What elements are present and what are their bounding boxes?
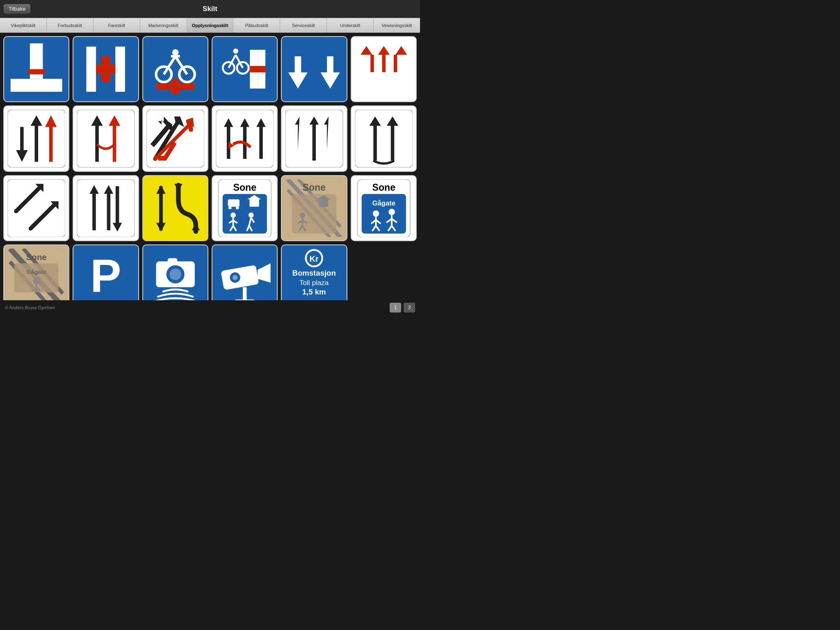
tab-bar: Vikepliktskilt Forbudsskilt Fareskilt Ma… bbox=[0, 18, 420, 33]
tab-forbudsskilt[interactable]: Forbudsskilt bbox=[47, 18, 94, 32]
svg-text:1,5 km: 1,5 km bbox=[302, 288, 326, 296]
page-3-button[interactable]: 3 bbox=[404, 303, 415, 313]
svg-rect-67 bbox=[77, 179, 135, 237]
svg-point-119 bbox=[388, 209, 395, 215]
svg-text:Bomstasjon: Bomstasjon bbox=[292, 269, 336, 277]
page-buttons: 1 3 bbox=[390, 303, 415, 313]
svg-rect-148 bbox=[243, 287, 247, 301]
svg-rect-79 bbox=[228, 199, 239, 206]
svg-text:Toll plaza: Toll plaza bbox=[299, 278, 329, 287]
sign-three-up-red-left[interactable] bbox=[212, 105, 278, 171]
footer: © Anders Brune Gjertsen 1 3 bbox=[0, 300, 420, 315]
tab-pabudsskilt[interactable]: Påbudsskilt bbox=[233, 18, 280, 32]
svg-text:Sone: Sone bbox=[303, 182, 326, 193]
svg-point-23 bbox=[233, 48, 238, 54]
tab-vikepliktskilt[interactable]: Vikepliktskilt bbox=[0, 18, 47, 32]
sign-sone-gagate-start[interactable]: Sone bbox=[212, 175, 278, 241]
tab-markeringsskilt[interactable]: Markeringsskilt bbox=[140, 18, 187, 32]
svg-rect-27 bbox=[282, 37, 346, 101]
sign-two-up-arrows[interactable] bbox=[351, 105, 417, 171]
sign-diagonal-merge[interactable] bbox=[142, 105, 208, 171]
copyright-text: © Anders Brune Gjertsen bbox=[5, 305, 55, 310]
svg-text:Sone: Sone bbox=[372, 182, 395, 193]
sign-sone-gagate-end[interactable]: Sone bbox=[281, 175, 347, 241]
svg-rect-100 bbox=[292, 194, 336, 234]
page-1-button[interactable]: 1 bbox=[390, 303, 401, 313]
sign-sone-gagate-blue[interactable]: Sone Gågate bbox=[351, 175, 417, 241]
sign-two-right-diagonal[interactable] bbox=[3, 175, 69, 241]
signs-grid: Sone bbox=[0, 33, 420, 314]
sign-lane-shift-yellow[interactable] bbox=[142, 175, 208, 241]
svg-rect-17 bbox=[171, 79, 179, 94]
svg-rect-83 bbox=[249, 199, 259, 206]
svg-point-147 bbox=[233, 275, 238, 280]
svg-text:Kr: Kr bbox=[310, 254, 319, 263]
sign-three-lane-diverge[interactable] bbox=[281, 105, 347, 171]
svg-point-132 bbox=[33, 278, 39, 284]
svg-text:P: P bbox=[90, 249, 121, 301]
svg-point-90 bbox=[249, 212, 254, 218]
svg-rect-8 bbox=[101, 56, 110, 82]
svg-point-80 bbox=[228, 206, 232, 209]
svg-rect-62 bbox=[7, 179, 66, 237]
svg-text:Sone: Sone bbox=[233, 182, 256, 193]
svg-rect-38 bbox=[77, 110, 135, 168]
tab-serviceskilt[interactable]: Serviceskilt bbox=[280, 18, 327, 32]
svg-rect-6 bbox=[116, 47, 126, 92]
page-title: Skilt bbox=[203, 5, 217, 13]
svg-rect-3 bbox=[28, 69, 45, 75]
svg-point-84 bbox=[231, 212, 236, 218]
sign-bicycle-end[interactable] bbox=[142, 36, 208, 102]
sign-fork-red[interactable] bbox=[351, 36, 417, 102]
svg-point-101 bbox=[300, 212, 305, 218]
sign-two-up-diverge[interactable] bbox=[73, 105, 139, 171]
back-button[interactable]: Tilbake bbox=[3, 4, 31, 14]
svg-rect-5 bbox=[87, 47, 96, 92]
sign-two-up-two-down[interactable] bbox=[73, 175, 139, 241]
svg-point-113 bbox=[372, 210, 379, 216]
svg-rect-59 bbox=[355, 110, 413, 168]
svg-point-15 bbox=[172, 49, 178, 56]
svg-point-81 bbox=[236, 206, 239, 209]
header: Tilbake Skilt bbox=[0, 0, 420, 18]
sign-lane-split-black-red[interactable] bbox=[3, 105, 69, 171]
svg-rect-26 bbox=[250, 66, 265, 73]
svg-rect-142 bbox=[167, 258, 177, 263]
svg-text:Sone: Sone bbox=[26, 252, 46, 262]
tab-veivisningsskilt[interactable]: Veivisningsskilt bbox=[374, 18, 420, 32]
tab-underskilt[interactable]: Underskilt bbox=[327, 18, 374, 32]
svg-rect-108 bbox=[319, 199, 329, 206]
tab-fareskilt[interactable]: Fareskilt bbox=[94, 18, 140, 32]
tab-opplysningsskilt[interactable]: Opplysningsskilt bbox=[187, 18, 234, 32]
svg-text:Gågate: Gågate bbox=[27, 269, 46, 275]
sign-bicycle-lane[interactable] bbox=[212, 36, 278, 102]
sign-t-intersection[interactable] bbox=[3, 36, 69, 102]
svg-text:Gågate: Gågate bbox=[372, 199, 395, 207]
svg-point-141 bbox=[169, 269, 181, 280]
sign-lane-h[interactable] bbox=[73, 36, 139, 102]
svg-rect-2 bbox=[11, 79, 62, 91]
sign-diverging-arrows[interactable] bbox=[281, 36, 347, 102]
